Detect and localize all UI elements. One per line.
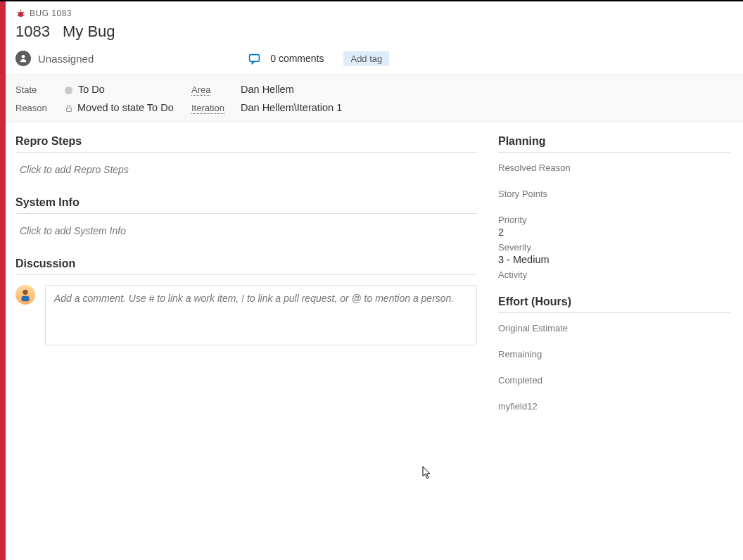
work-item-id: 1083	[15, 23, 50, 41]
resolved-reason-field[interactable]: Resolved Reason	[498, 163, 730, 173]
cursor-icon	[422, 466, 432, 480]
planning-title: Planning	[498, 135, 730, 148]
svg-line-4	[17, 15, 18, 15]
discussion-title: Discussion	[15, 257, 477, 270]
assignee-name[interactable]: Unassigned	[38, 53, 94, 65]
comments-icon[interactable]	[248, 53, 260, 65]
area-label: Area	[191, 84, 241, 95]
iteration-value[interactable]: Dan Hellem\Iteration 1	[241, 102, 728, 113]
myfield12-field[interactable]: myfield12	[498, 401, 730, 412]
iteration-label: Iteration	[191, 103, 241, 113]
svg-line-5	[22, 15, 23, 15]
side-column: Planning Resolved Reason Story Points Pr…	[498, 122, 730, 427]
meta-row: Unassigned 0 comments Add tag	[15, 51, 730, 66]
priority-value: 2	[498, 227, 730, 238]
activity-field[interactable]: Activity	[498, 269, 730, 280]
effort-title: Effort (Hours)	[498, 295, 730, 308]
reason-text: Moved to state To Do	[77, 102, 174, 113]
state-text: To Do	[78, 84, 105, 95]
effort-section: Effort (Hours) Original Estimate Remaini…	[498, 295, 730, 412]
reason-label: Reason	[15, 103, 65, 113]
discussion-row	[15, 285, 477, 345]
area-value[interactable]: Dan Hellem	[241, 84, 728, 95]
story-points-label: Story Points	[498, 189, 730, 199]
classification-panel: State To Do Area Dan Hellem Reason Moved…	[0, 75, 743, 122]
original-estimate-label: Original Estimate	[498, 323, 730, 333]
lock-icon	[65, 104, 73, 113]
resolved-reason-label: Resolved Reason	[498, 163, 730, 173]
svg-line-3	[22, 12, 23, 13]
svg-line-2	[17, 12, 18, 13]
work-item-title[interactable]: My Bug	[63, 23, 115, 41]
activity-label: Activity	[498, 269, 730, 280]
comment-input[interactable]	[45, 285, 477, 345]
original-estimate-field[interactable]: Original Estimate	[498, 323, 730, 333]
divider	[15, 213, 477, 214]
remaining-field[interactable]: Remaining	[498, 349, 730, 359]
priority-field[interactable]: Priority 2	[498, 215, 730, 238]
divider	[15, 152, 477, 153]
title-row: 1083 My Bug	[15, 23, 730, 41]
avatar	[15, 285, 35, 305]
body: Repro Steps Click to add Repro Steps Sys…	[0, 122, 743, 427]
add-tag-button[interactable]: Add tag	[343, 51, 389, 66]
story-points-field[interactable]: Story Points	[498, 189, 730, 199]
divider	[498, 312, 730, 313]
myfield12-label: myfield12	[498, 401, 730, 412]
type-row: BUG 1083	[15, 8, 730, 18]
svg-point-0	[18, 11, 23, 16]
completed-field[interactable]: Completed	[498, 375, 730, 386]
severity-value: 3 - Medium	[498, 254, 730, 265]
system-info-title: System Info	[15, 196, 477, 209]
reason-value[interactable]: Moved to state To Do	[65, 102, 191, 113]
completed-label: Completed	[498, 375, 730, 386]
svg-point-6	[22, 55, 25, 58]
bug-icon	[15, 8, 25, 18]
remaining-label: Remaining	[498, 349, 730, 359]
state-value[interactable]: To Do	[65, 84, 191, 95]
svg-rect-10	[22, 296, 30, 301]
repro-steps-title: Repro Steps	[15, 135, 477, 148]
divider	[15, 274, 477, 275]
comments-count[interactable]: 0 comments	[270, 53, 324, 64]
system-info-placeholder[interactable]: Click to add System Info	[15, 224, 477, 238]
state-label: State	[15, 84, 65, 95]
divider	[498, 152, 730, 153]
priority-label: Priority	[498, 215, 730, 225]
state-dot-icon	[65, 87, 72, 94]
type-label[interactable]: BUG 1083	[30, 8, 72, 18]
main-column: Repro Steps Click to add Repro Steps Sys…	[15, 122, 498, 427]
severity-field[interactable]: Severity 3 - Medium	[498, 242, 730, 265]
severity-label: Severity	[498, 242, 730, 253]
svg-rect-8	[67, 108, 72, 111]
planning-section: Planning Resolved Reason Story Points Pr…	[498, 135, 730, 280]
svg-point-9	[23, 290, 27, 295]
repro-steps-placeholder[interactable]: Click to add Repro Steps	[15, 163, 477, 177]
work-item-header: BUG 1083 1083 My Bug Unassigned 0 commen…	[0, 1, 743, 75]
type-color-bar	[0, 1, 6, 560]
assignee-icon[interactable]	[15, 51, 31, 66]
svg-rect-7	[250, 54, 260, 61]
